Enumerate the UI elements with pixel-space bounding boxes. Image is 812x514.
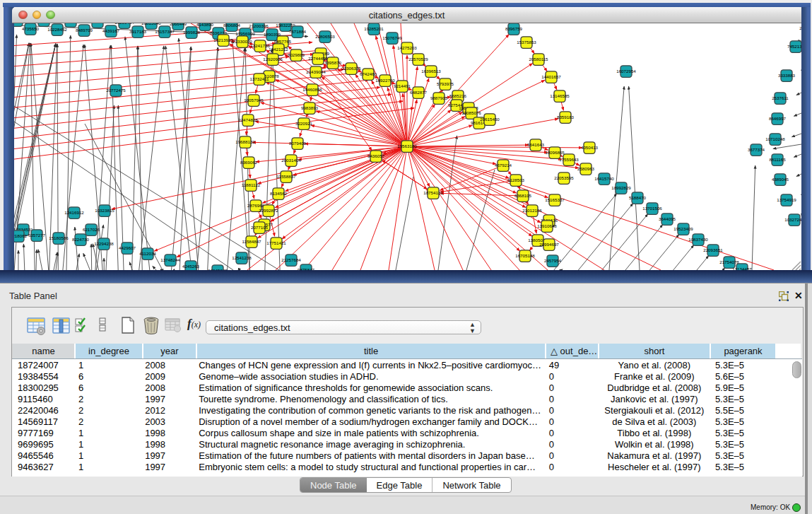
svg-text:15157347: 15157347 <box>155 29 175 34</box>
svg-text:12294238: 12294238 <box>94 241 114 246</box>
svg-text:19563180: 19563180 <box>397 144 417 148</box>
svg-text:4050413: 4050413 <box>581 145 599 150</box>
svg-text:17751421: 17751421 <box>266 240 286 245</box>
svg-text:19299464: 19299464 <box>114 23 134 25</box>
svg-text:9436057: 9436057 <box>367 153 385 158</box>
svg-text:21257684: 21257684 <box>281 257 301 262</box>
svg-text:3220921: 3220921 <box>295 121 313 126</box>
svg-text:8806804: 8806804 <box>223 23 241 28</box>
svg-text:22806503: 22806503 <box>315 34 335 39</box>
svg-text:15165337: 15165337 <box>545 197 565 202</box>
svg-text:9214491: 9214491 <box>394 83 411 88</box>
svg-text:21754078: 21754078 <box>719 259 739 264</box>
svg-text:9887903: 9887903 <box>430 95 448 100</box>
svg-text:16213925: 16213925 <box>213 37 233 42</box>
svg-text:6217026: 6217026 <box>83 227 100 232</box>
svg-text:20994697: 20994697 <box>539 242 559 247</box>
svg-text:16705148: 16705148 <box>515 253 535 258</box>
svg-text:22570529: 22570529 <box>408 57 428 62</box>
svg-text:8646997: 8646997 <box>769 116 787 121</box>
svg-text:20580115: 20580115 <box>529 57 548 62</box>
svg-text:10837430: 10837430 <box>688 237 708 242</box>
svg-text:5793975: 5793975 <box>437 81 454 86</box>
svg-text:13754919: 13754919 <box>777 197 796 202</box>
svg-text:19688132: 19688132 <box>235 139 255 144</box>
svg-text:20372723: 20372723 <box>799 25 801 30</box>
svg-text:14275203: 14275203 <box>397 45 417 50</box>
svg-text:21200396: 21200396 <box>249 23 269 28</box>
svg-text:8029889: 8029889 <box>288 52 305 57</box>
svg-text:15076749: 15076749 <box>382 35 402 40</box>
svg-text:8811165: 8811165 <box>769 157 786 162</box>
svg-text:15375853: 15375853 <box>517 40 536 45</box>
svg-text:3333883: 3333883 <box>778 73 796 78</box>
svg-text:22992872: 22992872 <box>259 208 278 213</box>
svg-text:4389045: 4389045 <box>772 177 789 182</box>
svg-text:6357277: 6357277 <box>28 233 46 238</box>
svg-text:19085076: 19085076 <box>461 110 481 115</box>
svg-text:3677374: 3677374 <box>748 147 765 152</box>
svg-text:7671884: 7671884 <box>289 29 307 34</box>
svg-text:10057945: 10057945 <box>244 98 264 103</box>
svg-text:1218062: 1218062 <box>14 233 28 238</box>
svg-text:18992829: 18992829 <box>611 185 631 190</box>
svg-text:4143890: 4143890 <box>196 23 214 27</box>
svg-text:22330030: 22330030 <box>233 39 252 44</box>
svg-text:22474828: 22474828 <box>238 117 258 122</box>
svg-text:22093651: 22093651 <box>703 247 723 252</box>
svg-text:21439044: 21439044 <box>306 69 326 74</box>
svg-text:5685216: 5685216 <box>449 93 467 98</box>
svg-text:14460856: 14460856 <box>302 87 322 92</box>
svg-text:10323815: 10323815 <box>95 208 114 213</box>
svg-text:8359183: 8359183 <box>557 115 575 119</box>
svg-text:12416912: 12416912 <box>64 210 84 215</box>
svg-text:16072954: 16072954 <box>616 69 636 74</box>
svg-text:12920906: 12920906 <box>263 57 283 62</box>
svg-text:11558837: 11558837 <box>276 174 296 179</box>
svg-text:19523409: 19523409 <box>673 226 693 231</box>
svg-text:4679214: 4679214 <box>495 163 512 168</box>
svg-text:8224730: 8224730 <box>72 237 90 242</box>
svg-text:2457954: 2457954 <box>544 258 562 263</box>
svg-text:11881122: 11881122 <box>242 182 261 187</box>
svg-text:2066449: 2066449 <box>170 23 187 26</box>
svg-text:7452134: 7452134 <box>787 44 801 49</box>
svg-text:20772475: 20772475 <box>106 88 126 93</box>
svg-text:20813640: 20813640 <box>141 23 161 25</box>
svg-text:5188470: 5188470 <box>629 195 647 200</box>
svg-text:13910648: 13910648 <box>537 223 557 228</box>
svg-text:3644095: 3644095 <box>659 216 676 221</box>
svg-text:9983893: 9983893 <box>301 105 319 110</box>
svg-text:4735650: 4735650 <box>22 26 40 31</box>
svg-text:18754131: 18754131 <box>423 190 443 195</box>
svg-text:2537611: 2537611 <box>772 95 789 100</box>
svg-text:16396513: 16396513 <box>421 69 441 74</box>
svg-text:13146585: 13146585 <box>550 93 570 98</box>
svg-text:8396759: 8396759 <box>505 26 523 31</box>
svg-text:4245263: 4245263 <box>182 264 200 269</box>
svg-text:4439167: 4439167 <box>102 28 120 33</box>
svg-text:13241736: 13241736 <box>250 43 270 48</box>
svg-text:10710248: 10710248 <box>765 136 785 141</box>
svg-text:11584847: 11584847 <box>242 239 261 244</box>
svg-text:16415740: 16415740 <box>594 176 614 181</box>
svg-text:6128503: 6128503 <box>507 177 525 182</box>
svg-text:20615450: 20615450 <box>480 117 500 122</box>
svg-text:4429607: 4429607 <box>119 245 136 250</box>
svg-text:22306335: 22306335 <box>341 66 361 71</box>
svg-text:4112034: 4112034 <box>139 251 156 256</box>
svg-text:2077105: 2077105 <box>251 225 269 230</box>
svg-text:22053595: 22053595 <box>554 175 574 180</box>
svg-text:14401657: 14401657 <box>541 74 561 79</box>
svg-text:1999828: 1999828 <box>183 30 201 35</box>
svg-text:2876966: 2876966 <box>247 203 265 208</box>
svg-text:13701506: 13701506 <box>642 206 662 211</box>
svg-text:18922760: 18922760 <box>375 78 395 83</box>
svg-text:6742460: 6742460 <box>360 71 377 76</box>
svg-text:13421212: 13421212 <box>269 47 288 52</box>
svg-text:8369062: 8369062 <box>240 160 258 165</box>
svg-text:12541238: 12541238 <box>232 255 252 260</box>
svg-text:3917183: 3917183 <box>129 29 147 34</box>
svg-text:10327246: 10327246 <box>784 217 801 222</box>
svg-text:6368105: 6368105 <box>514 193 532 198</box>
